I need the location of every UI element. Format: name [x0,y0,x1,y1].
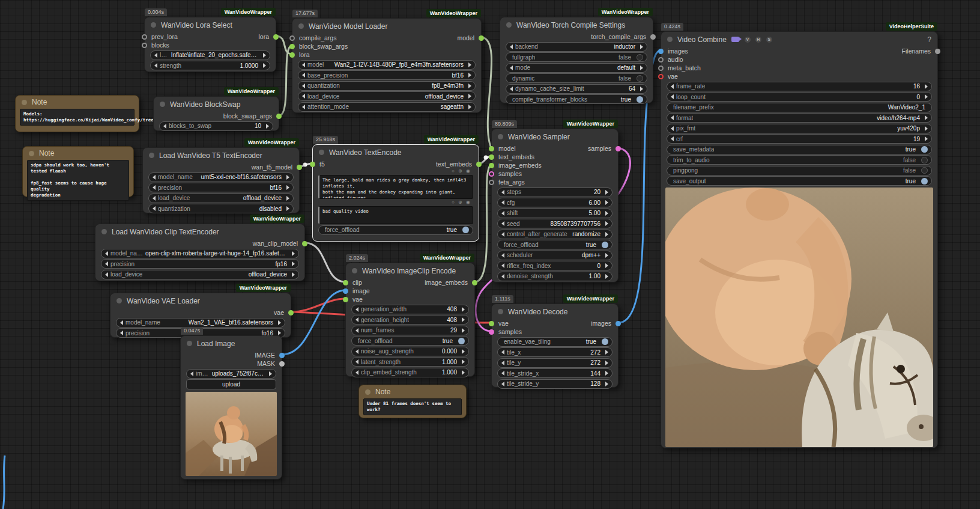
increment-arrow-icon[interactable] [462,328,465,333]
toggle-icon[interactable] [921,167,928,174]
widget-load-device[interactable]: load_device offload_device [148,194,294,203]
decrement-arrow-icon[interactable] [671,136,674,141]
sampler-node[interactable]: 89.809s WanVideoWrapper WanVideo Sampler… [491,129,619,282]
increment-arrow-icon[interactable] [605,350,608,355]
decrement-arrow-icon[interactable] [153,175,156,180]
decrement-arrow-icon[interactable] [355,349,358,354]
increment-arrow-icon[interactable] [263,53,266,58]
model-loader-node[interactable]: 17.677s WanVideoWrapper WanVideo Model L… [292,18,482,113]
output-port-images[interactable] [616,321,621,326]
increment-arrow-icon[interactable] [605,371,608,376]
increment-arrow-icon[interactable] [462,370,465,375]
collapse-dot-icon[interactable] [365,389,371,395]
node-title-bar[interactable]: Note [23,147,133,160]
input-port-vae[interactable] [658,74,664,79]
output-port-filenames[interactable] [935,49,940,54]
widget-dynamo-cache-size-limit[interactable]: dynamo_cache_size_limit 64 [506,84,647,94]
increment-arrow-icon[interactable] [286,175,289,180]
collapse-dot-icon[interactable] [29,151,34,156]
widget-steps[interactable]: steps 20 [497,187,612,197]
increment-arrow-icon[interactable] [269,371,272,376]
upload-button[interactable]: upload [186,379,276,389]
increment-arrow-icon[interactable] [605,211,608,216]
decode-node[interactable]: 1.111s WanVideoWrapper WanVideo Decode v… [491,303,619,388]
node-title-bar[interactable]: WanVideo Decode [492,304,618,319]
input-port-feta-args[interactable] [489,180,494,185]
collapse-dot-icon[interactable] [298,23,304,29]
collapse-dot-icon[interactable] [498,309,503,314]
widget-control-after-generate[interactable]: control_after_generate randomize [497,230,612,239]
increment-arrow-icon[interactable] [263,63,266,68]
negative-prompt-textarea[interactable]: bad quality video [318,206,473,224]
output-port-torch-compile-args[interactable] [650,34,656,40]
increment-arrow-icon[interactable] [278,331,281,335]
widget-scheduler[interactable]: scheduler dpm++ [497,251,612,260]
node-title-bar[interactable]: WanVideo VAE Loader [110,293,291,308]
increment-arrow-icon[interactable] [605,274,608,279]
widget-filename-prefix[interactable]: filename_prefix WanVideo2_1 [667,103,932,112]
collapse-dot-icon[interactable] [187,341,192,346]
decrement-arrow-icon[interactable] [105,251,108,256]
decrement-arrow-icon[interactable] [510,66,513,70]
increment-arrow-icon[interactable] [292,251,295,256]
widget-noise-aug-strength[interactable]: noise_aug_strength 0.000 [351,347,469,356]
widget-model[interactable]: model Wan2_1-I2V-14B-480P_fp8_e4m3fn.saf… [298,60,476,70]
increment-arrow-icon[interactable] [468,94,471,99]
output-port-wan-t5-model[interactable] [297,165,302,170]
increment-arrow-icon[interactable] [605,190,608,195]
increment-arrow-icon[interactable] [605,263,608,268]
widget-trim-to-audio[interactable]: trim_to_audio false [667,155,932,165]
output-port-image[interactable] [279,353,285,358]
node-title-bar[interactable]: WanVideo ImageClip Encode [346,263,474,278]
widget-pingpong[interactable]: pingpong false [667,166,932,175]
widget-attention-mode[interactable]: attention_mode sageattn [298,102,476,112]
increment-arrow-icon[interactable] [605,221,608,226]
decrement-arrow-icon[interactable] [671,115,674,120]
output-port-block-swap-args[interactable] [276,114,282,119]
decrement-arrow-icon[interactable] [153,185,156,190]
decrement-arrow-icon[interactable] [510,44,513,49]
toggle-icon[interactable] [602,338,608,345]
node-title-bar[interactable]: WanVideo Model Loader [292,19,481,34]
increment-arrow-icon[interactable] [278,320,281,325]
output-port-samples[interactable] [616,146,621,151]
widget-save-metadata[interactable]: save_metadata true [667,145,932,154]
input-port-block-swap-args[interactable] [289,44,295,49]
increment-arrow-icon[interactable] [925,84,928,89]
note-frames-node[interactable]: Note Under 81 frames doesn't seem to wor… [358,385,467,418]
increment-arrow-icon[interactable] [925,136,928,141]
clip-encoder-node[interactable]: WanVideoWrapper Load WanVideo Clip TextE… [95,224,305,281]
decrement-arrow-icon[interactable] [671,126,674,131]
input-port-clip[interactable] [343,280,348,285]
decrement-arrow-icon[interactable] [355,359,358,364]
increment-arrow-icon[interactable] [462,307,465,312]
widget-model-name[interactable]: model_name Wan2_1_VAE_bf16.safetensors [116,318,285,328]
widget-generation-height[interactable]: generation_height 408 [351,315,469,325]
video-preview[interactable] [665,187,933,447]
increment-arrow-icon[interactable] [605,200,608,205]
decrement-arrow-icon[interactable] [120,331,123,335]
widget-shift[interactable]: shift 5.00 [497,209,612,218]
increment-arrow-icon[interactable] [605,361,608,365]
decrement-arrow-icon[interactable] [501,361,504,365]
widget-tile-stride-y[interactable]: tile_stride_y 128 [497,379,612,389]
node-title-bar[interactable]: WanVideo Torch Compile Settings [500,17,653,32]
increment-arrow-icon[interactable] [286,196,289,201]
decrement-arrow-icon[interactable] [501,350,504,355]
decrement-arrow-icon[interactable] [671,94,674,99]
increment-arrow-icon[interactable] [925,115,928,120]
widget-image[interactable]: image uploads_752f87c2-2d... [186,369,276,379]
input-port-model[interactable] [489,146,494,151]
widget-blocks-to-swap[interactable]: blocks_to_swap 10 [159,121,273,131]
decrement-arrow-icon[interactable] [190,371,193,376]
textencode-node[interactable]: 25.918s WanVideoWrapper WanVideo TextEnc… [312,144,479,242]
increment-arrow-icon[interactable] [468,84,471,88]
decrement-arrow-icon[interactable] [501,200,504,205]
widget-save-output[interactable]: save_output true [667,176,932,186]
widget-loop-count[interactable]: loop_count 0 [667,92,932,102]
decrement-arrow-icon[interactable] [510,87,513,91]
increment-arrow-icon[interactable] [925,126,928,131]
decrement-arrow-icon[interactable] [153,206,156,211]
video-combine-node[interactable]: 0.424s VideoHelperSuite Video Combine V … [661,31,938,448]
input-port-audio[interactable] [658,57,664,62]
